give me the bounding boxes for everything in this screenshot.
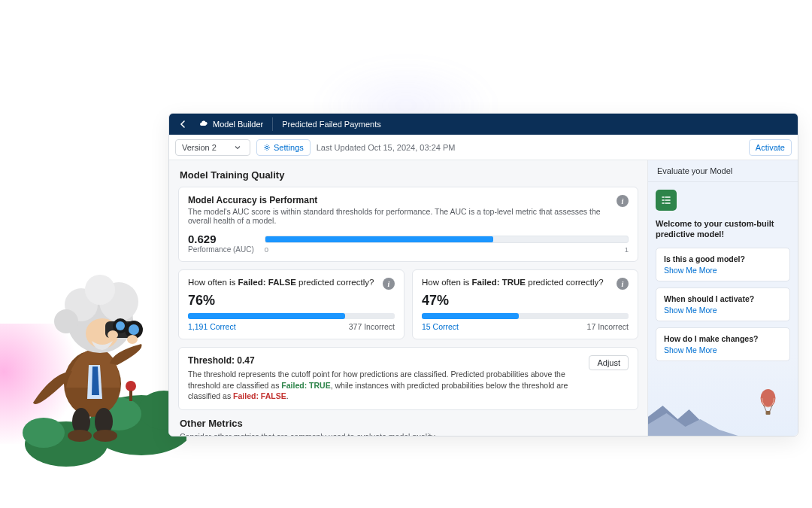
version-value: Version 2 bbox=[182, 143, 217, 152]
svg-point-26 bbox=[265, 146, 268, 148]
side-q-2: How do I make changes? bbox=[664, 334, 782, 343]
side-card-activate: When should I activate? Show Me More bbox=[656, 287, 790, 321]
svg-point-11 bbox=[93, 430, 117, 442]
true-q-suffix: predicted correctly? bbox=[526, 278, 604, 287]
svg-point-3 bbox=[126, 381, 136, 391]
svg-point-27 bbox=[761, 389, 776, 407]
gear-icon bbox=[263, 144, 271, 151]
true-q-bold: Failed: TRUE bbox=[471, 278, 526, 287]
breadcrumb-page[interactable]: Predicted Failed Payments bbox=[282, 120, 380, 129]
false-bar-fill bbox=[188, 313, 345, 319]
true-q-prefix: How often is bbox=[422, 278, 471, 287]
top-nav: Model Builder Predicted Failed Payments bbox=[169, 114, 798, 135]
training-quality-title: Model Training Quality bbox=[180, 169, 638, 181]
cloud-icon bbox=[199, 120, 208, 129]
false-bar bbox=[188, 313, 395, 319]
true-pct: 47% bbox=[422, 293, 629, 309]
scale-min: 0 bbox=[265, 245, 268, 254]
settings-button[interactable]: Settings bbox=[256, 139, 311, 156]
version-select[interactable]: Version 2 bbox=[175, 139, 250, 156]
side-link-1[interactable]: Show Me More bbox=[664, 306, 782, 315]
other-metrics-title: Other Metrics bbox=[180, 418, 638, 429]
back-button[interactable] bbox=[177, 117, 190, 131]
side-panel: Evaluate your Model Welcome to your cust… bbox=[647, 160, 798, 436]
threshold-true: Failed: TRUE bbox=[281, 381, 330, 390]
true-bar-fill bbox=[422, 313, 519, 319]
accuracy-sub: The model's AUC score is within standard… bbox=[188, 207, 611, 225]
main-pane: Model Training Quality Model Accuracy is… bbox=[169, 160, 647, 436]
threshold-false: Failed: FALSE bbox=[233, 391, 286, 400]
false-pct: 76% bbox=[188, 293, 395, 309]
brand-label: Model Builder bbox=[213, 120, 263, 129]
auc-label: Performance (AUC) bbox=[188, 245, 254, 254]
threshold-d3: . bbox=[286, 391, 289, 400]
svg-point-15 bbox=[85, 275, 115, 305]
true-bar bbox=[422, 313, 629, 319]
side-illustration bbox=[648, 383, 798, 436]
side-welcome: Welcome to your custom-built predictive … bbox=[656, 218, 790, 240]
activate-label: Activate bbox=[756, 143, 785, 152]
last-updated: Last Updated Oct 15, 2024, 03:24 PM bbox=[317, 143, 456, 152]
side-card-good-model: Is this a good model? Show Me More bbox=[656, 248, 790, 281]
side-link-0[interactable]: Show Me More bbox=[664, 266, 782, 275]
threshold-value: 0.47 bbox=[237, 355, 254, 366]
true-prediction-card: How often is Failed: TRUE predicted corr… bbox=[412, 269, 638, 339]
threshold-prefix: Threshold: bbox=[188, 355, 237, 366]
svg-point-21 bbox=[129, 324, 139, 335]
false-q-prefix: How often is bbox=[188, 278, 238, 287]
auc-value: 0.629 bbox=[188, 233, 254, 245]
svg-point-25 bbox=[127, 335, 138, 344]
accuracy-card: Model Accuracy is Performant The model's… bbox=[178, 187, 638, 262]
einstein-mascot bbox=[14, 252, 186, 470]
other-metrics-desc: Consider other metrics that are commonly… bbox=[180, 432, 638, 436]
activate-button[interactable]: Activate bbox=[749, 139, 792, 156]
action-bar: Version 2 Settings Last Updated Oct 15, … bbox=[169, 135, 798, 160]
false-prediction-card: How often is Failed: FALSE predicted cor… bbox=[178, 269, 404, 339]
threshold-card: Threshold: 0.47 The threshold represents… bbox=[178, 347, 638, 410]
false-incorrect: 377 Incorrect bbox=[349, 322, 395, 331]
svg-rect-4 bbox=[129, 391, 132, 401]
adjust-button[interactable]: Adjust bbox=[589, 355, 629, 370]
info-icon[interactable]: i bbox=[617, 278, 629, 290]
chevron-down-icon bbox=[235, 144, 241, 151]
svg-point-24 bbox=[108, 330, 118, 339]
side-q-0: Is this a good model? bbox=[664, 254, 782, 263]
svg-point-16 bbox=[54, 309, 78, 333]
false-correct-link[interactable]: 1,191 Correct bbox=[188, 322, 236, 331]
auc-bar bbox=[265, 236, 629, 243]
brand-crumb[interactable]: Model Builder bbox=[199, 117, 273, 131]
side-q-1: When should I activate? bbox=[664, 294, 782, 303]
svg-point-6 bbox=[23, 418, 65, 448]
info-icon[interactable]: i bbox=[383, 278, 395, 290]
false-q-bold: Failed: FALSE bbox=[238, 278, 295, 287]
side-card-changes: How do I make changes? Show Me More bbox=[656, 327, 790, 361]
accuracy-heading: Model Accuracy is Performant bbox=[188, 195, 611, 205]
arrow-left-icon bbox=[180, 120, 187, 128]
side-header: Evaluate your Model bbox=[648, 160, 798, 182]
true-correct-link[interactable]: 15 Correct bbox=[422, 322, 459, 331]
app-window: Model Builder Predicted Failed Payments … bbox=[168, 113, 798, 437]
svg-rect-28 bbox=[766, 411, 771, 415]
true-incorrect: 17 Incorrect bbox=[587, 322, 629, 331]
info-icon[interactable]: i bbox=[617, 195, 629, 207]
checklist-icon bbox=[656, 190, 677, 211]
false-q-suffix: predicted correctly? bbox=[296, 278, 374, 287]
scale-max: 1 bbox=[625, 245, 629, 254]
side-link-2[interactable]: Show Me More bbox=[664, 345, 782, 354]
settings-label: Settings bbox=[274, 143, 304, 152]
svg-point-10 bbox=[68, 430, 92, 442]
auc-bar-fill bbox=[265, 236, 493, 242]
svg-point-23 bbox=[116, 321, 125, 330]
content-body: Model Training Quality Model Accuracy is… bbox=[169, 160, 798, 436]
